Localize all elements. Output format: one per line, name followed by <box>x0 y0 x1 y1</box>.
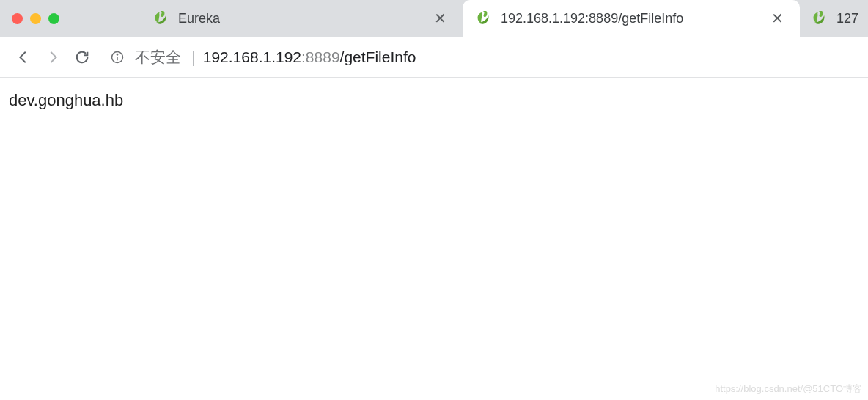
forward-button[interactable] <box>38 43 67 72</box>
tab-title: 192.168.1.192:8889/getFileInfo <box>501 11 768 26</box>
tab-127[interactable]: 127 <box>800 0 868 37</box>
tab-bar: Eureka ✕ 192.168.1.192:8889/getFileInfo … <box>0 0 868 37</box>
omnibox[interactable]: 不安全 | 192.168.1.192:8889/getFileInfo <box>110 43 859 72</box>
security-status: 不安全 <box>135 47 181 68</box>
svg-point-2 <box>117 54 117 54</box>
spring-leaf-icon <box>476 11 490 26</box>
response-text: dev.gonghua.hb <box>9 91 123 109</box>
close-window-button[interactable] <box>12 13 23 24</box>
window-controls <box>12 13 59 24</box>
tab-eureka[interactable]: Eureka ✕ <box>140 0 463 37</box>
tab-getfileinfo[interactable]: 192.168.1.192:8889/getFileInfo ✕ <box>463 0 800 37</box>
page-body: dev.gonghua.hb <box>0 78 868 123</box>
info-icon[interactable] <box>110 50 125 65</box>
tab-title: Eureka <box>178 11 431 26</box>
spring-leaf-icon <box>153 11 168 26</box>
address-bar: 不安全 | 192.168.1.192:8889/getFileInfo <box>0 37 868 78</box>
url-port: :8889 <box>301 48 340 66</box>
watermark: https://blog.csdn.net/@51CTO博客 <box>715 382 862 396</box>
back-button[interactable] <box>9 43 38 72</box>
url-path: /getFileInfo <box>340 48 416 66</box>
spring-leaf-icon <box>812 11 826 26</box>
close-tab-icon[interactable]: ✕ <box>431 11 449 26</box>
url-host: 192.168.1.192 <box>203 48 301 66</box>
tab-title: 127 <box>836 11 860 26</box>
separator: | <box>191 48 196 67</box>
minimize-window-button[interactable] <box>30 13 41 24</box>
close-tab-icon[interactable]: ✕ <box>768 11 787 26</box>
maximize-window-button[interactable] <box>48 13 59 24</box>
reload-button[interactable] <box>67 43 97 72</box>
